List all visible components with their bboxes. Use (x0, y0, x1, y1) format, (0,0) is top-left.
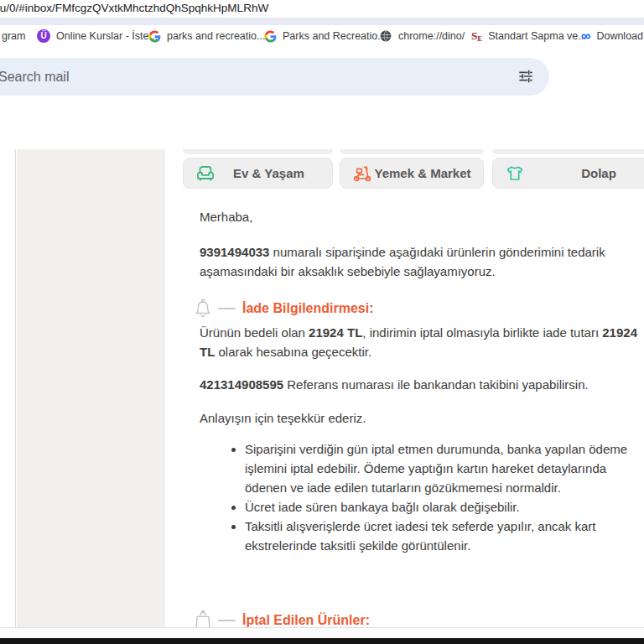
thanks-text: Anlayışın için teşekkür ederiz. (200, 408, 641, 428)
cut-chip (492, 149, 644, 154)
chip-label: Ev & Yaşam (216, 166, 321, 180)
email-body: Ev & Yaşam Yemek & Market (165, 149, 644, 627)
refund-section-header: İade Bilgilendirmesi: (193, 295, 373, 322)
window-bottom-strip (0, 627, 644, 638)
search-input[interactable]: Search mail (0, 58, 549, 96)
header-dash (218, 620, 236, 621)
refund-info-text: Ürünün bedeli olan 21924 TL, indirimin i… (200, 323, 641, 361)
address-bar[interactable]: /u/0/#inbox/FMfcgzQVxtkMhctzhdQhSpqhkHpM… (0, 0, 644, 18)
section-title: İade Bilgilendirmesi: (242, 301, 373, 316)
tshirt-icon (504, 163, 526, 184)
bookmark-item[interactable]: SE Standart Sapma ve... (471, 25, 587, 47)
google-icon (148, 30, 161, 43)
list-item: Siparişini verdiğin gün iptal etmen duru… (245, 439, 644, 497)
category-chip-yemek-market[interactable]: Yemek & Market (340, 158, 484, 189)
cancelled-products-section-header: İptal Edilen Ürünler: (193, 607, 370, 627)
chip-label: Dolap (526, 166, 644, 180)
url-text[interactable]: /u/0/#inbox/FMfcgzQVxtkMhctzhdQhSpqhkHpM… (0, 2, 268, 14)
email-view: Ev & Yaşam Yemek & Market (0, 149, 644, 627)
order-info-text: 9391494033 numaralı siparişinde aşağıdak… (200, 242, 641, 281)
list-item: Taksitli alışverişlerde ücret iadesi tek… (245, 517, 644, 555)
cut-chip (340, 149, 484, 154)
header-dash (218, 308, 236, 309)
bookmark-item[interactable]: chrome://dino/ (379, 25, 465, 47)
google-icon (264, 30, 277, 43)
bookmark-item[interactable]: Ü Online Kurslar - İste... (37, 25, 158, 47)
bookmark-item[interactable]: parks and recreatio... (148, 25, 265, 47)
email-background-panel (17, 149, 165, 627)
bell-icon (193, 297, 213, 320)
bookmark-item[interactable]: gram (2, 25, 25, 47)
bookmark-item[interactable]: ∞ Download L (581, 25, 644, 47)
greeting-text: Merhaba, (200, 207, 641, 226)
udemy-icon: Ü (37, 29, 50, 43)
chip-label: Yemek & Market (373, 166, 472, 180)
taskbar-edge (0, 638, 644, 644)
category-chip-ev-yasam[interactable]: Ev & Yaşam (183, 158, 333, 189)
delivery-scooter-icon (351, 163, 373, 184)
armchair-icon (195, 163, 216, 184)
shopping-bag-icon (193, 609, 213, 627)
chrome-toolbar-band (0, 18, 644, 25)
list-item: Ücret iade süren bankaya bağlı olarak de… (245, 497, 644, 517)
section-title: İptal Edilen Ürünler: (242, 613, 370, 627)
chrome-globe-icon (379, 29, 392, 43)
refund-notes-list: Siparişini verdiğin gün iptal etmen duru… (231, 439, 644, 555)
bookmark-item[interactable]: Parks and Recreatio... (264, 25, 387, 47)
pane-divider (15, 149, 16, 627)
meta-icon: ∞ (581, 29, 590, 43)
category-chip-dolap[interactable]: Dolap (492, 158, 644, 189)
gmail-header: Search mail (0, 47, 644, 105)
tune-icon[interactable] (517, 68, 534, 85)
se-icon: SE (471, 30, 482, 43)
reference-number-text: 421314908595 Referans numarası ile banka… (200, 375, 641, 394)
bookmarks-bar: gram Ü Online Kurslar - İste... parks an… (0, 25, 644, 48)
browser-window: /u/0/#inbox/FMfcgzQVxtkMhctzhdQhSpqhkHpM… (0, 0, 644, 644)
search-placeholder: Search mail (0, 70, 69, 85)
cut-chip (183, 149, 333, 154)
mail-toolbar (0, 105, 644, 149)
